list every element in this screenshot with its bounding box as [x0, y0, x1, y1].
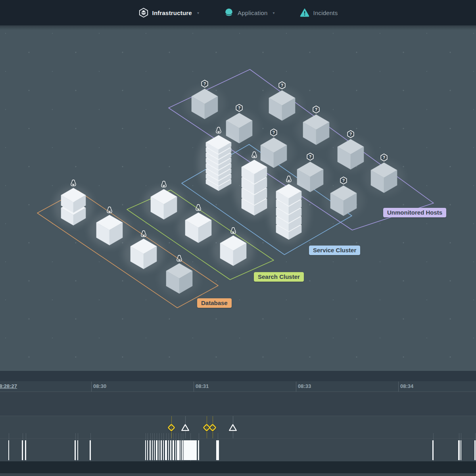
host-database[interactable] — [159, 255, 200, 296]
activity-bar — [163, 440, 164, 460]
unknown-host-icon: ? — [340, 177, 347, 184]
activity-bar — [177, 440, 180, 460]
tick-label: 08:30 — [93, 383, 106, 389]
cluster-label-database[interactable]: Database — [197, 298, 232, 308]
svg-text:?: ? — [203, 82, 206, 86]
timeline-start-time[interactable]: 08:28:27 — [0, 383, 17, 389]
unknown-host-icon: ? — [381, 154, 387, 161]
activity-bar — [184, 440, 197, 460]
issue-event-marker-icon[interactable] — [180, 422, 190, 433]
top-nav: Infrastructure ▾ Application ▾ Incidents — [0, 0, 476, 25]
linux-icon — [107, 207, 112, 213]
change-event-marker-icon[interactable] — [207, 422, 218, 433]
tick-mark — [194, 382, 194, 392]
nav-item-incidents[interactable]: Incidents — [299, 8, 338, 18]
host-search[interactable] — [213, 228, 254, 269]
issue-event-marker-icon[interactable] — [228, 422, 238, 433]
activity-bar — [152, 440, 153, 460]
host-unmonitored[interactable]: ? — [330, 131, 371, 172]
activity-bar — [90, 440, 91, 460]
timeline-axis[interactable]: 08:28:27 08:3008:3108:3308:34 — [0, 381, 476, 392]
cluster-label-service[interactable]: Service Cluster — [309, 246, 360, 255]
activity-bar — [8, 440, 9, 460]
activity-bar — [474, 440, 476, 460]
linux-icon — [71, 180, 76, 186]
svg-text:?: ? — [349, 132, 352, 136]
cluster-label-unmonitored[interactable]: Unmonitored Hosts — [383, 208, 446, 217]
chevron-down-icon: ▾ — [197, 11, 199, 15]
tick-mark — [398, 382, 399, 392]
infrastructure-app: Infrastructure ▾ Application ▾ Incidents — [0, 0, 476, 476]
svg-text:?: ? — [383, 155, 385, 160]
linux-icon — [141, 231, 146, 237]
activity-bar — [198, 440, 199, 460]
nav-label-infrastructure: Infrastructure — [152, 10, 192, 16]
activity-bar — [175, 440, 176, 460]
infrastructure-icon — [138, 8, 149, 18]
timeline-event-markers-row[interactable] — [0, 416, 476, 438]
activity-bar — [156, 440, 157, 460]
svg-text:?: ? — [342, 178, 345, 183]
tick-label: 08:31 — [196, 383, 209, 389]
activity-bar — [77, 440, 78, 460]
activity-bar — [150, 440, 151, 460]
host-search[interactable] — [143, 181, 184, 222]
host-unmonitored[interactable]: ? — [296, 106, 337, 147]
activity-bar — [154, 440, 155, 460]
timeline-lower-band — [0, 461, 476, 473]
svg-text:?: ? — [238, 106, 240, 110]
svg-text:?: ? — [281, 83, 283, 88]
host-unmonitored[interactable]: ? — [184, 80, 225, 121]
tick-mark — [296, 382, 296, 392]
cluster-label-search[interactable]: Search Cluster — [254, 272, 304, 282]
activity-bar — [145, 440, 146, 460]
activity-bar — [461, 440, 461, 460]
timeline-middle-band[interactable] — [0, 392, 476, 416]
activity-bar — [180, 440, 181, 460]
unknown-host-icon: ? — [347, 131, 354, 138]
unknown-host-icon: ? — [313, 106, 319, 113]
linux-icon — [231, 228, 236, 234]
svg-text:?: ? — [309, 155, 311, 159]
activity-bar — [458, 440, 460, 460]
unknown-host-icon: ? — [202, 80, 208, 87]
activity-bar — [159, 440, 159, 460]
nav-label-application: Application — [238, 10, 268, 16]
linux-icon — [177, 255, 182, 261]
timeline-upper-band[interactable] — [0, 371, 476, 381]
nav-item-application[interactable]: Application ▾ — [224, 8, 275, 18]
unknown-host-icon: ? — [236, 104, 242, 111]
linux-icon — [161, 181, 166, 187]
svg-text:?: ? — [273, 131, 275, 135]
unknown-host-icon: ? — [307, 153, 313, 160]
host-database[interactable] — [89, 207, 130, 248]
chevron-down-icon: ▾ — [273, 11, 275, 15]
change-event-marker-icon[interactable] — [166, 422, 177, 433]
activity-bar — [147, 440, 148, 460]
activity-bar — [182, 440, 183, 460]
unknown-host-icon: ? — [271, 129, 277, 136]
host-database[interactable] — [123, 231, 164, 272]
tick-mark — [91, 382, 92, 392]
timeline-panel: 08:28:27 08:3008:3108:3308:34 — [0, 371, 476, 476]
host-search[interactable] — [178, 205, 219, 246]
host-database[interactable] — [54, 180, 93, 227]
nav-label-incidents: Incidents — [313, 10, 338, 16]
timeline-footer-band — [0, 473, 476, 476]
unknown-host-icon: ? — [279, 82, 285, 89]
activity-bar — [75, 440, 76, 460]
activity-bar — [165, 440, 167, 460]
isometric-scene: ????????? — [0, 25, 476, 371]
activity-bar — [161, 440, 162, 460]
infrastructure-map[interactable]: ????????? DatabaseSearch ClusterService … — [0, 25, 476, 371]
svg-text:?: ? — [315, 107, 317, 112]
host-unmonitored[interactable]: ? — [261, 82, 303, 123]
activity-bar — [432, 440, 434, 460]
linux-icon — [196, 205, 201, 211]
nav-item-infrastructure[interactable]: Infrastructure ▾ — [138, 8, 199, 18]
activity-bar — [25, 440, 26, 460]
activity-bar — [168, 440, 169, 460]
activity-bar — [216, 440, 219, 460]
tick-label: 08:34 — [400, 383, 413, 389]
timeline-activity-strip[interactable] — [0, 438, 476, 461]
